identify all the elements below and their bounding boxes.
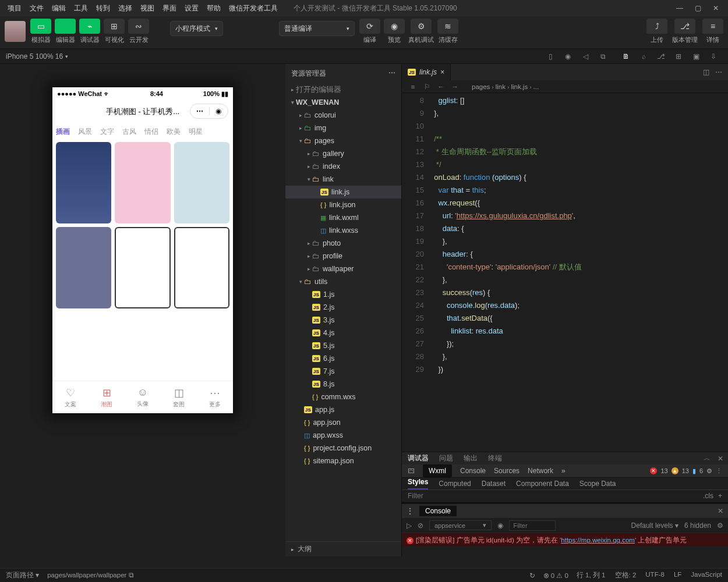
云开发-button[interactable]: ∾ [128,19,149,34]
tab-styles[interactable]: Styles [408,478,428,489]
真机调试-button[interactable]: ⚙ [411,19,432,34]
device-info[interactable]: iPhone 5 100% 16 [6,52,63,61]
可视化-button[interactable]: ⊞ [104,19,125,34]
maximize-icon[interactable]: ▢ [695,4,701,12]
console-tab[interactable]: Console [419,506,457,516]
tree-node[interactable]: ▸🗀gallery [285,147,401,160]
thumb[interactable] [115,227,170,308]
tab-network[interactable]: Network [528,467,553,475]
back-icon[interactable]: ◁ [577,52,594,61]
warn-badge[interactable]: ▲ [672,467,678,474]
branch-icon[interactable]: ⎇ [652,52,670,61]
more-icon[interactable]: ⋯ [388,69,395,79]
tree-node[interactable]: { }comm.wxs [285,391,401,403]
menu-item[interactable]: 选择 [114,4,136,12]
console-filter-input[interactable] [509,520,556,531]
status-item[interactable]: 空格: 2 [615,571,637,580]
capsule-button[interactable]: ⋯◉ [190,104,228,119]
eye-icon[interactable]: ◉ [497,521,503,530]
tab-sources[interactable]: Sources [494,467,520,475]
tree-node[interactable]: ▾🗀utils [285,275,401,288]
crumb[interactable]: ... [533,83,539,90]
project-root[interactable]: ▾WX_WENAN [285,96,401,109]
tree-node[interactable]: JS6.js [285,352,401,365]
nav-fwd-icon[interactable]: → [450,83,460,90]
close-icon[interactable]: ✕ [713,4,719,12]
phone-nav-item[interactable]: ◫套图 [161,381,197,413]
tree-node[interactable]: ▸🗀photo [285,237,401,250]
phone-nav-item[interactable]: ⋯更多 [197,381,233,413]
crumb[interactable]: link [496,83,506,90]
phone-nav-item[interactable]: ☺头像 [125,381,161,413]
close-icon[interactable]: ✕ [718,507,723,515]
minimize-icon[interactable]: — [676,4,683,12]
editor-tab[interactable]: JSlink.js× [402,64,451,80]
tree-node[interactable]: ◫app.wxss [285,429,401,442]
tree-node[interactable]: JS7.js [285,365,401,378]
tree-node[interactable]: ◫link.wxss [285,224,401,237]
phone-tab[interactable]: 情侣 [144,127,158,137]
menu-item[interactable]: 转到 [92,4,114,12]
phone-tab[interactable]: 欧美 [167,127,181,137]
menu-item[interactable]: 项目 [3,4,26,12]
menu-item[interactable]: 设置 [181,4,203,12]
tree-node[interactable]: JS3.js [285,314,401,327]
tree-node[interactable]: ▦link.wxml [285,211,401,224]
tree-node[interactable]: ▾🗀link [285,173,401,186]
phone-nav-item[interactable]: ⊞潮图 [89,381,125,413]
collapse-icon[interactable]: ▷ [407,521,412,530]
tree-node[interactable]: ▸🗀img [285,122,401,134]
copy-icon[interactable]: ⧉ [594,52,612,61]
tree-node[interactable]: ▾🗀pages [285,134,401,147]
tree-node[interactable]: JS2.js [285,301,401,314]
problems-status[interactable]: ⊗ 0 ⚠ 0 [543,572,568,580]
menu-item[interactable]: 文件 [26,4,48,12]
gear-icon[interactable]: ⚙ [706,467,712,475]
close-tab-icon[interactable]: × [440,68,444,76]
tab-scopedata[interactable]: Scope Data [579,480,616,488]
thumb[interactable] [174,227,229,308]
status-item[interactable]: JavaScript [691,571,722,580]
tree-node[interactable]: { }project.config.json [285,442,401,455]
crumb[interactable]: link.js [511,83,528,90]
menu-item[interactable]: 微信开发者工具 [225,4,282,12]
page-path-label[interactable]: 页面路径 ▾ [6,571,39,580]
tab-wxml[interactable]: Wxml [423,464,452,477]
tree-node[interactable]: JSapp.js [285,403,401,416]
phone-tab[interactable]: 文字 [100,127,114,137]
调试器-button[interactable]: ⌁ [79,19,100,34]
thumb[interactable] [56,227,111,308]
tab-output[interactable]: 输出 [464,453,478,463]
tree-node[interactable]: { }link.json [285,198,401,211]
bookmark-icon[interactable]: ⚐ [422,83,432,91]
phone-tab[interactable]: 古风 [122,127,136,137]
menu-item[interactable]: 界面 [158,4,181,12]
编译-button[interactable]: ⟳ [359,19,380,34]
phone-tab[interactable]: 风景 [78,127,92,137]
nav-back-icon[interactable]: ← [436,83,446,90]
info-badge[interactable]: ▮ [692,467,696,475]
tree-node[interactable]: JS5.js [285,339,401,352]
预览-button[interactable]: ◉ [384,19,405,34]
outline-section[interactable]: ▸大纲 [285,541,401,556]
expand-icon[interactable]: » [561,467,566,475]
模拟器-button[interactable]: ▭ [30,19,51,34]
context-select[interactable]: appservice▾ [429,520,492,530]
tree-node[interactable]: ▸🗀index [285,160,401,173]
phone-preview[interactable]: ●●●●● WeChat ᯤ 8:44 100% ▮▮ 手机潮图 - 让手机秀.… [52,87,233,413]
status-item[interactable]: LF [674,571,681,580]
phone-nav-item[interactable]: ♡文案 [52,381,89,413]
编辑器-button[interactable] [55,19,76,34]
layout-icon[interactable]: ⊞ [670,52,687,61]
tab-terminal[interactable]: 终端 [488,453,502,463]
crumb[interactable]: pages [472,83,490,90]
版本管理-button[interactable]: ⎇ [674,19,695,34]
tree-node[interactable]: { }app.json [285,416,401,429]
gear-icon[interactable]: ⚙ [717,521,723,530]
phone-tab[interactable]: 插画 [56,127,70,137]
详情-button[interactable]: ≡ [702,19,723,34]
search-icon[interactable]: ⌕ [635,52,652,61]
module-icon[interactable]: ▣ [687,52,705,61]
tree-node[interactable]: ▸🗀colorui [285,109,401,122]
清缓存-button[interactable]: ≋ [437,19,458,34]
